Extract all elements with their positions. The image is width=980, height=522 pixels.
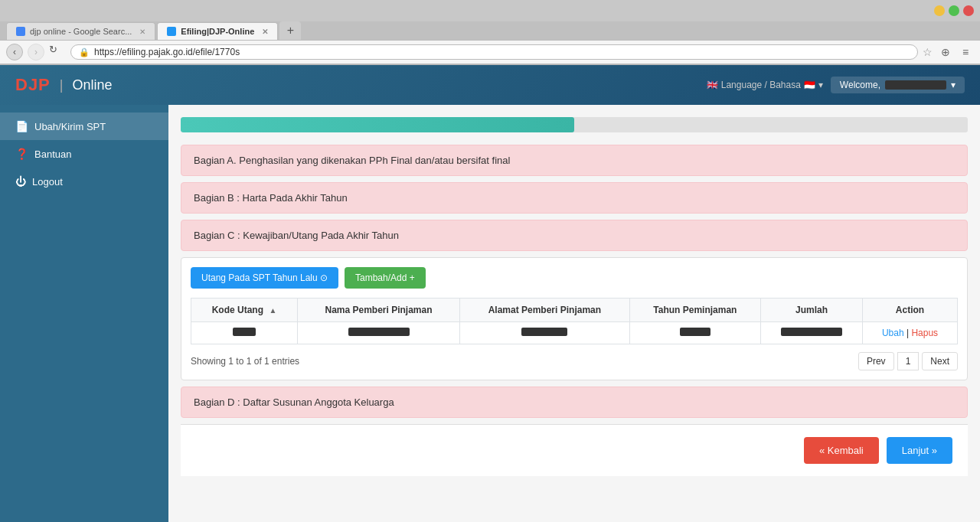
showing-text: Showing 1 to 1 of 1 entries [191, 356, 299, 367]
back-button[interactable]: ‹ [6, 44, 23, 60]
bookmark-star-icon[interactable]: ☆ [923, 46, 933, 58]
sidebar-item-logout[interactable]: ⏻ Logout [0, 168, 168, 195]
utang-button-label: Utang Pada SPT Tahun Lalu ⊙ [201, 272, 328, 283]
col-action: Action [862, 299, 957, 322]
page-number: 1 [897, 352, 920, 370]
next-button[interactable]: Next [922, 352, 958, 370]
nama-pemberi-redacted [348, 328, 410, 336]
cell-tahun [629, 322, 760, 344]
tahun-redacted [680, 328, 710, 336]
main-layout: 📄 Ubah/Kirim SPT ❓ Bantuan ⏻ Logout Bagi… [0, 105, 980, 522]
table-footer: Showing 1 to 1 of 1 entries Prev 1 Next [191, 352, 958, 370]
tab-label-search: djp online - Google Searc... [30, 27, 132, 36]
cell-jumlah [761, 322, 863, 344]
section-b-label: Bagian B : Harta Pada Akhir Tahun [194, 192, 348, 204]
tambah-button-label: Tambah/Add + [355, 272, 415, 283]
new-tab-button[interactable]: + [279, 21, 301, 40]
tab-close-efiling[interactable]: ✕ [262, 28, 268, 36]
hapus-link[interactable]: Hapus [911, 328, 938, 338]
cell-action: Ubah | Hapus [862, 322, 957, 344]
header-right: 🇬🇧 Language / Bahasa 🇮🇩 ▾ Welcome, ▾ [707, 77, 965, 93]
address-bar[interactable]: 🔒 https://efiling.pajak.go.id/efile/1770… [70, 44, 918, 60]
browser-addressbar: ‹ › ↻ 🔒 https://efiling.pajak.go.id/efil… [0, 40, 980, 64]
refresh-button[interactable]: ↻ [49, 44, 66, 60]
sidebar-item-ubah-kirim-spt[interactable]: 📄 Ubah/Kirim SPT [0, 113, 168, 140]
section-a-label: Bagian A. Penghasilan yang dikenakan PPh… [194, 155, 510, 166]
prev-button[interactable]: Prev [858, 352, 894, 370]
app-header: DJP | Online 🇬🇧 Language / Bahasa 🇮🇩 ▾ W… [0, 65, 980, 105]
browser-tabs: djp online - Google Searc... ✕ Efiling|D… [0, 21, 980, 40]
col-tahun[interactable]: Tahun Peminjaman [629, 299, 760, 322]
table-row: Ubah | Hapus [191, 322, 958, 344]
cell-alamat [460, 322, 630, 344]
alamat-redacted [521, 328, 567, 336]
username-redacted [885, 80, 946, 90]
section-header-b[interactable]: Bagian B : Harta Pada Akhir Tahun [181, 182, 968, 214]
table-controls: Utang Pada SPT Tahun Lalu ⊙ Tambah/Add + [191, 267, 958, 289]
flag-en: 🇬🇧 [707, 80, 718, 90]
language-label: Language / Bahasa [721, 80, 801, 90]
tab-efiling[interactable]: Efiling|DJP-Online ✕ [157, 22, 278, 40]
browser-titlebar [0, 0, 980, 21]
data-table: Kode Utang ▲ Nama Pemberi Pinjaman Alama… [191, 298, 958, 344]
app-logo: DJP | Online [15, 75, 113, 95]
section-header-a[interactable]: Bagian A. Penghasilan yang dikenakan PPh… [181, 145, 968, 176]
browser-chrome: djp online - Google Searc... ✕ Efiling|D… [0, 0, 980, 65]
language-selector[interactable]: 🇬🇧 Language / Bahasa 🇮🇩 ▾ [707, 80, 823, 90]
flag-id: 🇮🇩 [804, 80, 815, 90]
progress-container [181, 117, 968, 132]
extensions-icon[interactable]: ⊕ [937, 44, 954, 60]
forward-button[interactable]: › [28, 44, 44, 60]
bottom-navigation: « Kembali Lanjut » [181, 424, 968, 476]
kembali-button[interactable]: « Kembali [804, 437, 879, 464]
logout-icon: ⏻ [15, 175, 26, 188]
sort-icon-kode: ▲ [269, 306, 276, 315]
menu-icon[interactable]: ≡ [957, 44, 974, 60]
language-chevron-icon: ▾ [818, 80, 823, 90]
browser-action-buttons: ⊕ ≡ [937, 44, 974, 60]
col-alamat[interactable]: Alamat Pemberi Pinjaman [460, 299, 630, 322]
jumlah-redacted [781, 328, 842, 336]
utang-spt-button[interactable]: Utang Pada SPT Tahun Lalu ⊙ [191, 267, 338, 289]
document-icon: 📄 [15, 120, 28, 132]
tab-favicon-search [16, 27, 25, 36]
section-c-label: Bagian C : Kewajiban/Utang Pada Akhir Ta… [194, 230, 399, 241]
table-body: Ubah | Hapus [191, 322, 958, 344]
app-wrapper: DJP | Online 🇬🇧 Language / Bahasa 🇮🇩 ▾ W… [0, 65, 980, 522]
sidebar-label-ubah-kirim: Ubah/Kirim SPT [34, 121, 106, 132]
tab-favicon-efiling [167, 27, 176, 36]
col-kode-utang[interactable]: Kode Utang ▲ [191, 299, 298, 322]
ubah-link[interactable]: Ubah [882, 328, 904, 338]
section-header-d[interactable]: Bagian D : Daftar Susunan Anggota Keluar… [181, 387, 968, 418]
col-jumlah[interactable]: Jumlah [761, 299, 863, 322]
logo-separator: | [60, 77, 64, 93]
url-text: https://efiling.pajak.go.id/efile/1770s [94, 47, 240, 57]
progress-bar [181, 117, 574, 132]
kode-utang-redacted [233, 328, 256, 336]
tambah-button[interactable]: Tambah/Add + [345, 267, 426, 289]
logo-online: Online [72, 77, 112, 93]
help-icon: ❓ [15, 148, 28, 160]
welcome-dropdown[interactable]: Welcome, ▾ [831, 77, 965, 93]
logo-djp: DJP [15, 75, 51, 95]
tab-label-efiling: Efiling|DJP-Online [181, 27, 254, 36]
section-d-label: Bagian D : Daftar Susunan Anggota Keluar… [194, 396, 394, 408]
col-nama-pemberi[interactable]: Nama Pemberi Pinjaman [298, 299, 460, 322]
table-header: Kode Utang ▲ Nama Pemberi Pinjaman Alama… [191, 299, 958, 322]
table-section: Utang Pada SPT Tahun Lalu ⊙ Tambah/Add +… [181, 257, 968, 380]
welcome-chevron-icon: ▾ [951, 80, 956, 90]
welcome-label: Welcome, [840, 80, 880, 90]
sidebar: 📄 Ubah/Kirim SPT ❓ Bantuan ⏻ Logout [0, 105, 168, 522]
tab-djp-search[interactable]: djp online - Google Searc... ✕ [6, 22, 155, 40]
sidebar-label-logout: Logout [32, 176, 63, 188]
lanjut-button[interactable]: Lanjut » [887, 437, 952, 464]
sidebar-label-bantuan: Bantuan [34, 148, 71, 160]
section-header-c[interactable]: Bagian C : Kewajiban/Utang Pada Akhir Ta… [181, 220, 968, 251]
cell-kode-utang [191, 322, 298, 344]
tab-close-search[interactable]: ✕ [139, 28, 145, 36]
pagination: Prev 1 Next [858, 352, 958, 370]
sidebar-item-bantuan[interactable]: ❓ Bantuan [0, 140, 168, 168]
content-area: Bagian A. Penghasilan yang dikenakan PPh… [168, 105, 980, 522]
cell-nama-pemberi [298, 322, 460, 344]
ssl-lock-icon: 🔒 [79, 47, 90, 57]
